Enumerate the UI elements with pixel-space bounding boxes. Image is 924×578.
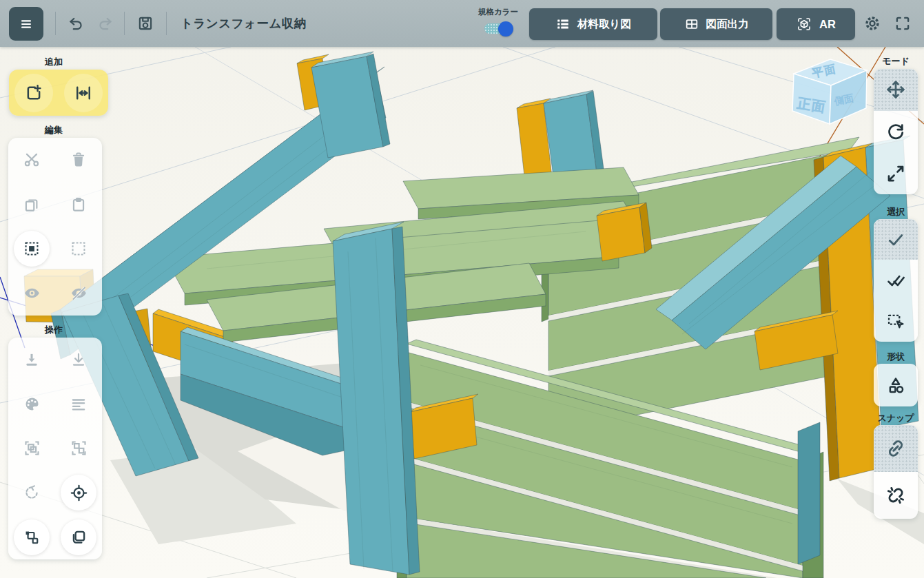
- move-down-icon: [70, 351, 88, 369]
- toolbar-separator: [55, 12, 56, 35]
- section-label-operate: 操作: [7, 324, 101, 336]
- group-button[interactable]: [8, 426, 55, 471]
- snap-off-icon: [885, 485, 906, 506]
- yellow-block-on-platform[interactable]: [597, 203, 652, 261]
- show-button[interactable]: [8, 271, 55, 316]
- fullscreen-button[interactable]: [889, 10, 916, 37]
- move-mode-icon: [885, 79, 906, 100]
- ungroup-button[interactable]: [55, 426, 102, 471]
- rotate-mode-button[interactable]: [874, 111, 918, 153]
- hide-icon: [70, 284, 88, 302]
- settings-button[interactable]: [859, 10, 886, 37]
- menu-icon: [18, 16, 34, 32]
- copy-button[interactable]: [8, 183, 55, 227]
- drawing-output-button[interactable]: 図面出力: [660, 8, 772, 40]
- toolbar-separator: [124, 12, 125, 35]
- snap-on-button[interactable]: [874, 425, 918, 472]
- delete-icon: [70, 151, 88, 169]
- ar-button[interactable]: AR: [777, 8, 855, 40]
- instance-button[interactable]: [8, 515, 55, 559]
- viewport-3d[interactable]: 平面 正面 側面: [0, 0, 924, 578]
- shape-button[interactable]: [874, 364, 918, 406]
- app-window: 平面 正面 側面 トランスフォーム収納 規格カラー: [0, 0, 924, 578]
- duplicate-icon: [70, 528, 88, 546]
- focus-button[interactable]: [55, 471, 102, 515]
- ungroup-icon: [70, 439, 88, 457]
- save-button[interactable]: [132, 10, 159, 37]
- mode-panel: [874, 69, 918, 194]
- window-grid-icon: [684, 17, 699, 32]
- standard-color-toggle[interactable]: 規格カラー: [471, 7, 525, 34]
- standard-color-toggle-label: 規格カラー: [471, 7, 525, 17]
- topbar: トランスフォーム収納 規格カラー 材料取り図 図面出力 AR: [0, 0, 924, 47]
- select-panel: [874, 219, 918, 342]
- snap-panel: [874, 425, 918, 519]
- redo-button[interactable]: [92, 10, 119, 37]
- menu-button[interactable]: [9, 7, 43, 41]
- section-label-shape: 形状: [874, 351, 918, 363]
- section-label-snap: スナップ: [874, 412, 918, 424]
- duplicate-button[interactable]: [55, 515, 102, 559]
- cutting-list-label: 材料取り図: [577, 17, 631, 32]
- paste-button[interactable]: [55, 183, 102, 227]
- delete-button[interactable]: [55, 138, 102, 183]
- measure-icon: [74, 83, 93, 103]
- toggle-knob[interactable]: [498, 21, 513, 37]
- document-title: トランスフォーム収納: [181, 15, 307, 32]
- single-select-button[interactable]: [874, 219, 918, 260]
- save-icon: [136, 14, 154, 32]
- cut-button[interactable]: [8, 138, 55, 183]
- add-part-button[interactable]: [14, 74, 53, 112]
- toolbar-separator: [166, 12, 167, 35]
- reset-rotation-icon: [23, 484, 41, 502]
- focus-icon: [70, 484, 88, 502]
- multi-select-icon: [886, 271, 905, 290]
- snap-off-button[interactable]: [874, 472, 918, 519]
- undo-button[interactable]: [62, 10, 90, 37]
- ar-label: AR: [819, 18, 836, 31]
- edit-panel: [8, 138, 102, 316]
- hide-button[interactable]: [55, 271, 102, 316]
- drop-to-ground-button[interactable]: [8, 338, 55, 382]
- show-icon: [23, 284, 41, 302]
- multi-select-button[interactable]: [874, 260, 918, 300]
- select-all-icon: [23, 240, 41, 258]
- section-label-select: 選択: [874, 206, 918, 218]
- undo-icon: [67, 14, 85, 32]
- add-part-icon: [24, 83, 43, 103]
- redo-icon: [96, 14, 114, 32]
- palette-icon: [23, 395, 41, 413]
- reset-rotation-button[interactable]: [8, 471, 55, 515]
- section-label-add: 追加: [7, 56, 101, 68]
- deselect-button[interactable]: [55, 227, 102, 271]
- cutting-list-button[interactable]: 材料取り図: [529, 8, 657, 40]
- section-label-edit: 編集: [7, 124, 101, 136]
- operate-panel: [8, 338, 102, 559]
- align-button[interactable]: [55, 382, 102, 426]
- move-down-button[interactable]: [55, 338, 102, 382]
- palette-button[interactable]: [8, 382, 55, 426]
- deselect-icon: [70, 240, 88, 258]
- box-select-button[interactable]: [874, 301, 918, 342]
- move-mode-button[interactable]: [874, 69, 918, 111]
- scale-mode-icon: [885, 163, 906, 184]
- drop-to-ground-icon: [23, 351, 41, 369]
- paste-icon: [70, 196, 88, 214]
- toggle-track[interactable]: [484, 23, 512, 34]
- drawing-output-label: 図面出力: [706, 17, 749, 32]
- section-label-mode: モード: [874, 55, 918, 68]
- cut-icon: [23, 151, 41, 169]
- snap-on-icon: [885, 438, 906, 459]
- box-select-icon: [886, 311, 905, 331]
- ar-cube-icon: [796, 16, 812, 32]
- shape-panel: [874, 364, 918, 406]
- select-all-button[interactable]: [8, 227, 55, 271]
- teal-wedge-right-edge[interactable]: [798, 422, 820, 564]
- scale-mode-button[interactable]: [874, 152, 918, 194]
- group-icon: [23, 439, 41, 457]
- list-icon: [555, 17, 571, 32]
- gear-icon: [863, 14, 882, 33]
- copy-icon: [23, 196, 41, 214]
- rotate-mode-icon: [885, 121, 906, 142]
- add-measure-button[interactable]: [64, 74, 103, 112]
